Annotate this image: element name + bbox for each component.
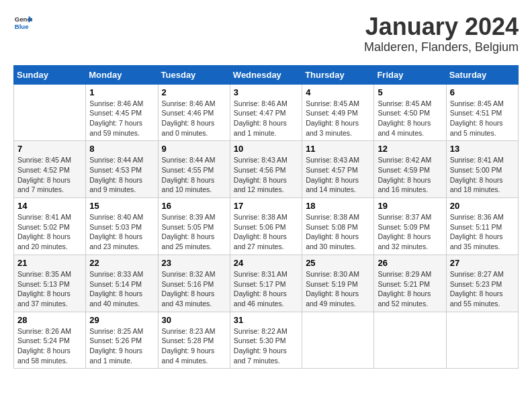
page-header: General Blue January 2024 Malderen, Flan… [13,13,519,54]
calendar-cell: 5Sunrise: 8:45 AMSunset: 4:50 PMDaylight… [374,84,446,141]
day-info: Sunrise: 8:27 AMSunset: 5:23 PMDaylight:… [450,269,515,309]
day-info: Sunrise: 8:32 AMSunset: 5:16 PMDaylight:… [162,269,226,309]
day-number: 9 [162,144,226,154]
day-info: Sunrise: 8:38 AMSunset: 5:08 PMDaylight:… [306,212,370,252]
day-number: 29 [89,315,154,325]
day-info: Sunrise: 8:43 AMSunset: 4:57 PMDaylight:… [306,155,370,195]
day-number: 20 [450,201,515,211]
day-number: 26 [378,258,442,268]
day-number: 24 [234,258,298,268]
calendar-cell: 11Sunrise: 8:43 AMSunset: 4:57 PMDayligh… [302,141,374,198]
day-info: Sunrise: 8:43 AMSunset: 4:56 PMDaylight:… [234,155,298,195]
day-info: Sunrise: 8:29 AMSunset: 5:21 PMDaylight:… [378,269,442,309]
day-number: 4 [306,87,370,97]
calendar-cell: 29Sunrise: 8:25 AMSunset: 5:26 PMDayligh… [86,312,158,369]
calendar-cell: 14Sunrise: 8:41 AMSunset: 5:02 PMDayligh… [14,198,86,255]
day-number: 11 [306,144,370,154]
calendar-cell: 1Sunrise: 8:46 AMSunset: 4:45 PMDaylight… [86,84,158,141]
weekday-header-friday: Friday [374,65,446,84]
day-info: Sunrise: 8:25 AMSunset: 5:26 PMDaylight:… [89,326,154,366]
day-number: 12 [378,144,442,154]
day-info: Sunrise: 8:38 AMSunset: 5:06 PMDaylight:… [234,212,298,252]
weekday-header-thursday: Thursday [302,65,374,84]
weekday-header-row: SundayMondayTuesdayWednesdayThursdayFrid… [14,65,519,84]
calendar-cell: 24Sunrise: 8:31 AMSunset: 5:17 PMDayligh… [230,255,302,312]
calendar-cell: 25Sunrise: 8:30 AMSunset: 5:19 PMDayligh… [302,255,374,312]
calendar-cell: 21Sunrise: 8:35 AMSunset: 5:13 PMDayligh… [14,255,86,312]
day-info: Sunrise: 8:33 AMSunset: 5:14 PMDaylight:… [89,269,154,309]
logo-icon: General Blue [13,13,32,32]
calendar-cell: 15Sunrise: 8:40 AMSunset: 5:03 PMDayligh… [86,198,158,255]
calendar-week-row: 28Sunrise: 8:26 AMSunset: 5:24 PMDayligh… [14,312,519,369]
day-info: Sunrise: 8:45 AMSunset: 4:49 PMDaylight:… [306,99,370,138]
day-info: Sunrise: 8:45 AMSunset: 4:52 PMDaylight:… [17,155,82,195]
calendar-week-row: 7Sunrise: 8:45 AMSunset: 4:52 PMDaylight… [14,141,519,198]
weekday-header-sunday: Sunday [14,65,86,84]
day-number: 17 [234,201,298,211]
calendar-cell: 9Sunrise: 8:44 AMSunset: 4:55 PMDaylight… [158,141,230,198]
day-number: 23 [162,258,226,268]
weekday-header-saturday: Saturday [446,65,518,84]
calendar-cell: 17Sunrise: 8:38 AMSunset: 5:06 PMDayligh… [230,198,302,255]
day-number: 31 [234,315,298,325]
calendar-cell [14,84,86,141]
day-number: 6 [450,87,515,97]
day-number: 10 [234,144,298,154]
day-number: 15 [89,201,154,211]
day-number: 28 [17,315,82,325]
day-info: Sunrise: 8:45 AMSunset: 4:50 PMDaylight:… [378,99,442,138]
calendar-cell: 16Sunrise: 8:39 AMSunset: 5:05 PMDayligh… [158,198,230,255]
calendar-cell: 28Sunrise: 8:26 AMSunset: 5:24 PMDayligh… [14,312,86,369]
calendar-cell: 23Sunrise: 8:32 AMSunset: 5:16 PMDayligh… [158,255,230,312]
day-info: Sunrise: 8:45 AMSunset: 4:51 PMDaylight:… [450,99,515,138]
day-number: 14 [17,201,82,211]
calendar-cell: 19Sunrise: 8:37 AMSunset: 5:09 PMDayligh… [374,198,446,255]
day-number: 27 [450,258,515,268]
svg-text:Blue: Blue [15,23,29,30]
calendar-cell: 27Sunrise: 8:27 AMSunset: 5:23 PMDayligh… [446,255,518,312]
day-info: Sunrise: 8:42 AMSunset: 4:59 PMDaylight:… [378,155,442,195]
calendar-week-row: 21Sunrise: 8:35 AMSunset: 5:13 PMDayligh… [14,255,519,312]
day-info: Sunrise: 8:35 AMSunset: 5:13 PMDaylight:… [17,269,82,309]
calendar-cell: 30Sunrise: 8:23 AMSunset: 5:28 PMDayligh… [158,312,230,369]
calendar-table: SundayMondayTuesdayWednesdayThursdayFrid… [13,65,519,369]
day-number: 19 [378,201,442,211]
calendar-week-row: 1Sunrise: 8:46 AMSunset: 4:45 PMDaylight… [14,84,519,141]
day-info: Sunrise: 8:23 AMSunset: 5:28 PMDaylight:… [162,326,226,366]
day-info: Sunrise: 8:30 AMSunset: 5:19 PMDaylight:… [306,269,370,309]
calendar-cell: 7Sunrise: 8:45 AMSunset: 4:52 PMDaylight… [14,141,86,198]
day-number: 16 [162,201,226,211]
calendar-cell: 3Sunrise: 8:46 AMSunset: 4:47 PMDaylight… [230,84,302,141]
day-info: Sunrise: 8:26 AMSunset: 5:24 PMDaylight:… [17,326,82,366]
calendar-cell: 22Sunrise: 8:33 AMSunset: 5:14 PMDayligh… [86,255,158,312]
day-number: 8 [89,144,154,154]
calendar-cell [374,312,446,369]
logo: General Blue [13,13,32,32]
day-info: Sunrise: 8:46 AMSunset: 4:47 PMDaylight:… [234,99,298,138]
calendar-cell: 26Sunrise: 8:29 AMSunset: 5:21 PMDayligh… [374,255,446,312]
calendar-cell: 20Sunrise: 8:36 AMSunset: 5:11 PMDayligh… [446,198,518,255]
weekday-header-wednesday: Wednesday [230,65,302,84]
weekday-header-tuesday: Tuesday [158,65,230,84]
calendar-cell: 12Sunrise: 8:42 AMSunset: 4:59 PMDayligh… [374,141,446,198]
day-info: Sunrise: 8:39 AMSunset: 5:05 PMDaylight:… [162,212,226,252]
day-info: Sunrise: 8:41 AMSunset: 5:02 PMDaylight:… [17,212,82,252]
day-number: 18 [306,201,370,211]
day-number: 25 [306,258,370,268]
calendar-cell: 6Sunrise: 8:45 AMSunset: 4:51 PMDaylight… [446,84,518,141]
day-info: Sunrise: 8:41 AMSunset: 5:00 PMDaylight:… [450,155,515,195]
day-number: 22 [89,258,154,268]
day-number: 30 [162,315,226,325]
calendar-cell: 31Sunrise: 8:22 AMSunset: 5:30 PMDayligh… [230,312,302,369]
day-number: 13 [450,144,515,154]
calendar-cell: 13Sunrise: 8:41 AMSunset: 5:00 PMDayligh… [446,141,518,198]
day-number: 2 [162,87,226,97]
calendar-cell: 4Sunrise: 8:45 AMSunset: 4:49 PMDaylight… [302,84,374,141]
calendar-cell: 8Sunrise: 8:44 AMSunset: 4:53 PMDaylight… [86,141,158,198]
main-title: January 2024 [364,13,519,40]
day-number: 5 [378,87,442,97]
day-info: Sunrise: 8:44 AMSunset: 4:53 PMDaylight:… [89,155,154,195]
day-info: Sunrise: 8:40 AMSunset: 5:03 PMDaylight:… [89,212,154,252]
day-info: Sunrise: 8:44 AMSunset: 4:55 PMDaylight:… [162,155,226,195]
day-info: Sunrise: 8:31 AMSunset: 5:17 PMDaylight:… [234,269,298,309]
